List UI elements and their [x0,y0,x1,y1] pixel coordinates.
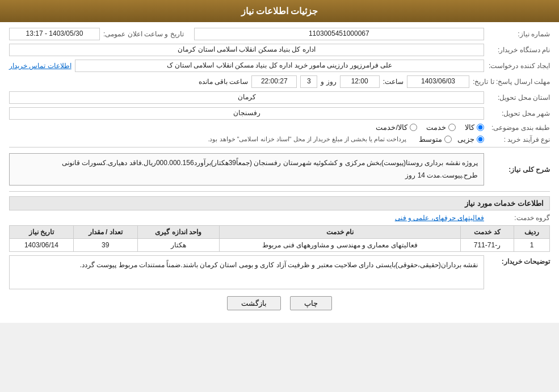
cell-radif: 1 [514,239,550,252]
ejadKonande-row: ایجاد کننده درخواست: علی فرامرزپور دارزی… [9,60,550,72]
page-header: جزئیات اطلاعات نیاز [0,0,559,22]
col-name: نام خدمت [219,226,460,239]
group-label: گروه خدمت: [487,214,550,222]
tabaqeBandi-radio-group: کالا/خدمت خدمت کالا [376,123,484,132]
col-kod: کد خدمت [460,226,514,239]
shomareNiaz-row: شماره نیاز: 1103005451000067 تاریخ و ساع… [9,28,550,40]
towzih-label: توضیحات خریدار: [487,255,550,265]
roz-value: 3 [300,75,317,88]
process-radio-group: متوسط جزیی [419,135,484,144]
shahr-row: شهر محل تحویل: رفسنجان [9,107,550,120]
towzih-row: توضیحات خریدار: نقشه برداران(حقیقی،حقوقی… [9,255,550,289]
radio-kala-label: کالا [465,123,474,132]
radio-kalaKhedmat-label: کالا/خدمت [376,123,407,132]
radio-khedmat-label: خدمت [426,123,446,132]
cell-name: فعالیتهای معماری و مهندسی و مشاورههای فن… [219,239,460,252]
mohlatErsalPasokh-label: مهلت ارسال پاسخ: تا تاریخ: [473,78,550,86]
baghi-label: ساعت باقی مانده [199,78,249,86]
noveFarayand-label: نوع فرآیند خرید : [487,136,550,144]
cell-tarikh: 1403/06/14 [10,239,74,252]
radio-kala-item: کالا [465,123,484,132]
radio-mottaset[interactable] [444,136,452,143]
group-value[interactable]: فعالیتهای حرفهای، علمی و فنی [395,214,484,222]
divider-1 [9,147,550,147]
print-button[interactable]: چاپ [290,296,332,310]
namDastgah-value: اداره کل بنیاد مسکن انقلاب اسلامی استان … [9,44,484,56]
roz-label: روز و [321,78,336,86]
ostan-label: استان محل تحویل: [487,94,550,102]
button-row: چاپ بازگشت [9,296,550,310]
noveFarayand-row: نوع فرآیند خرید : متوسط جزیی پرداخت تمام… [9,135,550,144]
ejadKonande-link[interactable]: اطلاعات تماس خریدار [9,62,72,70]
sharhKoli-value: پروژه نقشه برداری روستا(پیوست)بخش مرکزی … [9,153,484,186]
col-vahed: واحد اندازه گیری [137,226,219,239]
radio-jozi-item: جزیی [457,135,484,144]
shomareNiaz-label: شماره نیاز: [487,30,550,38]
shahr-label: شهر محل تحویل: [487,109,550,117]
services-table-header: ردیف کد خدمت نام خدمت واحد اندازه گیری ت… [10,226,550,239]
group-row: گروه خدمت: فعالیتهای حرفهای، علمی و فنی [9,214,550,222]
khadamat-section-title: اطلاعات خدمات مورد نیاز [9,196,550,210]
shomareNiaz-value: 1103005451000067 [194,28,484,40]
radio-jozi[interactable] [477,136,484,143]
cell-kod: ر-71-711 [460,239,514,252]
mohlatErsalPasokh-row: مهلت ارسال پاسخ: تا تاریخ: 1403/06/03 سا… [9,75,550,88]
radio-kalaKhedmat[interactable] [410,124,417,131]
radio-khedmat-item: خدمت [426,123,456,132]
radio-khedmat[interactable] [448,124,456,131]
process-description: پرداخت تمام یا بخشی از مبلغ خریدار از مح… [208,136,406,143]
header-row: ردیف کد خدمت نام خدمت واحد اندازه گیری ت… [10,226,550,239]
tarikhoSaeat-value: 1403/05/30 - 13:17 [9,28,100,40]
ejadKonande-label: ایجاد کننده درخواست: [487,62,550,70]
services-table: ردیف کد خدمت نام خدمت واحد اندازه گیری ت… [9,225,550,252]
namDastgah-row: نام دستگاه خریدار: اداره کل بنیاد مسکن ا… [9,44,550,56]
cell-vahed: هکتار [137,239,219,252]
ostan-value: کرمان [9,91,484,104]
tabaqeBandi-label: طبقه بندی موضوعی: [487,124,550,132]
ostan-row: استان محل تحویل: کرمان [9,91,550,104]
radio-kalaKhedmat-item: کالا/خدمت [376,123,417,132]
content-area: شماره نیاز: 1103005451000067 تاریخ و ساع… [0,22,559,323]
page-wrapper: جزئیات اطلاعات نیاز شماره نیاز: 11030054… [0,0,559,323]
saeat-label: ساعت: [383,78,404,86]
sharhKoli-row: شرح کلی نیاز: پروژه نقشه برداری روستا(پی… [9,151,550,188]
radio-mottaset-item: متوسط [419,135,452,144]
shahr-value: رفسنجان [9,107,484,120]
back-button[interactable]: بازگشت [227,296,281,310]
tarikh-value: 1403/06/03 [407,75,469,88]
table-row: 1ر-71-711فعالیتهای معماری و مهندسی و مشا… [10,239,550,252]
col-tarikh: تاریخ نیاز [10,226,74,239]
namDastgah-label: نام دستگاه خریدار: [487,46,550,54]
towzih-value: نقشه برداران(حقیقی،حقوقی)بایستی دارای صل… [9,255,484,289]
radio-kala[interactable] [477,124,484,131]
sharhKoli-label: شرح کلی نیاز: [487,166,550,174]
col-tedad: تعداد / مقدار [73,226,137,239]
tarikhoSaeat-label: تاریخ و ساعت اعلان عمومی: [103,30,184,38]
radio-jozi-label: جزیی [457,135,474,144]
services-table-body: 1ر-71-711فعالیتهای معماری و مهندسی و مشا… [10,239,550,252]
ejadKonande-value: علی فرامرزپور دارزینی مامور خرید اداره ک… [75,60,484,72]
divider-2 [9,191,550,192]
radio-mottaset-label: متوسط [419,135,442,144]
col-radif: ردیف [514,226,550,239]
cell-tedad: 39 [73,239,137,252]
saeat-value: 12:00 [340,75,380,88]
baghi-value: 22:00:27 [251,75,297,88]
page-title: جزئیات اطلاعات نیاز [241,6,318,16]
tabaqeBandi-row: طبقه بندی موضوعی: کالا/خدمت خدمت کالا [9,123,550,132]
